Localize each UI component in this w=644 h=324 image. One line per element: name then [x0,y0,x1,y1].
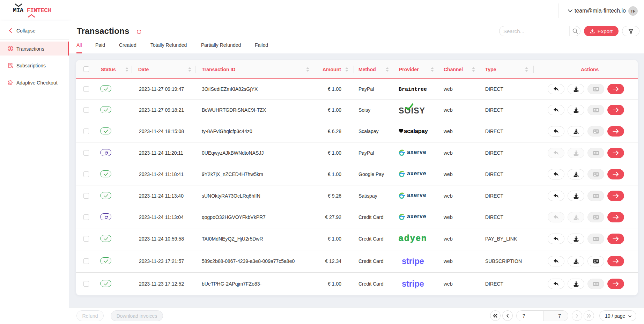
svg-text:$: $ [9,47,12,51]
